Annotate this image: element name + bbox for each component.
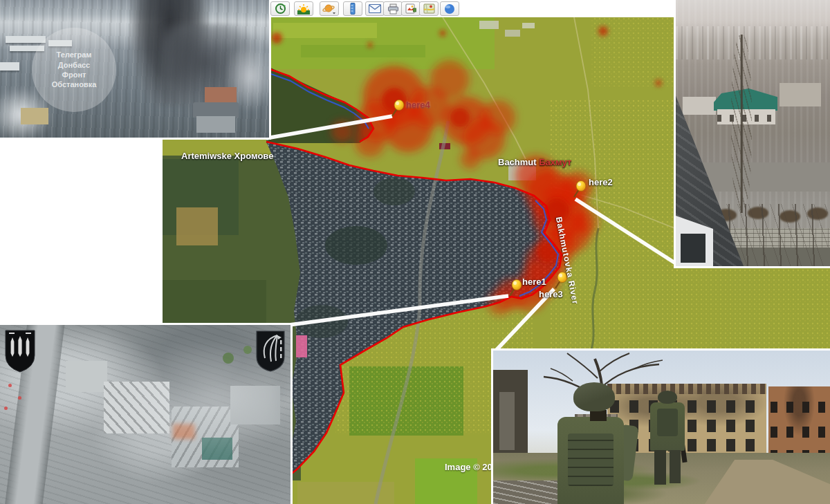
- printer-icon: [387, 3, 399, 15]
- photo-ruined-street: [674, 0, 830, 268]
- impact-mark: [18, 396, 21, 400]
- view-in-maps-button[interactable]: [419, 1, 439, 16]
- soldier1-vest: [568, 433, 614, 486]
- watermark-line: Телеграм: [57, 50, 92, 59]
- ruler-icon: [349, 3, 356, 15]
- tree: [243, 346, 252, 354]
- photo-city-smoke: Телеграм Донбасс Фронт Обстановка: [0, 0, 271, 140]
- watermark-line: Фронт: [62, 70, 86, 80]
- globe-icon: [444, 3, 455, 15]
- apartment-block: [6, 36, 46, 43]
- ruined-building: [66, 361, 107, 392]
- unit-emblem-swords: [4, 329, 36, 373]
- save-image-button[interactable]: [401, 1, 421, 16]
- email-button[interactable]: [365, 1, 385, 16]
- smoke-haze: [118, 346, 277, 456]
- earth-button[interactable]: [440, 1, 459, 16]
- map-icon: [423, 3, 435, 14]
- print-button[interactable]: [383, 1, 403, 16]
- apartment-block: [0, 62, 19, 71]
- ruin: [683, 97, 716, 115]
- yellow-house: [21, 108, 48, 124]
- impact-mark: [4, 407, 8, 410]
- soldier1-neck: [590, 410, 607, 421]
- photo-soldiers: [491, 348, 830, 504]
- watermark-line: Донбасс: [58, 60, 90, 70]
- soldier1-helmet: [573, 382, 615, 411]
- sun-icon: [297, 3, 310, 15]
- planets-button[interactable]: [320, 1, 339, 16]
- historical-imagery-button[interactable]: [270, 1, 290, 16]
- photo-drone-rubble: [0, 323, 293, 504]
- window-row: [771, 427, 828, 438]
- clock-icon: [275, 3, 286, 15]
- ruler-button[interactable]: [343, 1, 362, 16]
- ruin: [780, 83, 821, 106]
- tree: [223, 353, 234, 364]
- soldier2-pack: [657, 409, 678, 436]
- unit-emblem-eagle: [255, 329, 286, 373]
- distant-town: [676, 26, 830, 59]
- pink-building: [296, 335, 307, 357]
- saturn-icon: [322, 3, 336, 15]
- house-wall: [196, 116, 235, 133]
- soldier2-leg: [670, 450, 681, 483]
- impact-mark: [8, 384, 12, 387]
- window-glass: [681, 234, 706, 263]
- watermark-line: Обстановка: [52, 80, 97, 89]
- soldier2-leg: [654, 450, 666, 485]
- soldier2-helmet: [658, 391, 677, 404]
- window-row: [771, 402, 828, 413]
- house-roof: [193, 102, 239, 118]
- sunlight-button[interactable]: [294, 1, 313, 16]
- poplar-tree: [731, 35, 752, 213]
- channel-watermark: Телеграм Донбасс Фронт Обстановка: [32, 28, 116, 112]
- envelope-icon: [369, 4, 381, 13]
- collage: here4 here2 here1 here3 Bachmut Бахмут A…: [0, 0, 830, 504]
- panel: [499, 392, 515, 450]
- image-icon: [405, 3, 416, 14]
- google-earth-toolbar: [269, 0, 674, 17]
